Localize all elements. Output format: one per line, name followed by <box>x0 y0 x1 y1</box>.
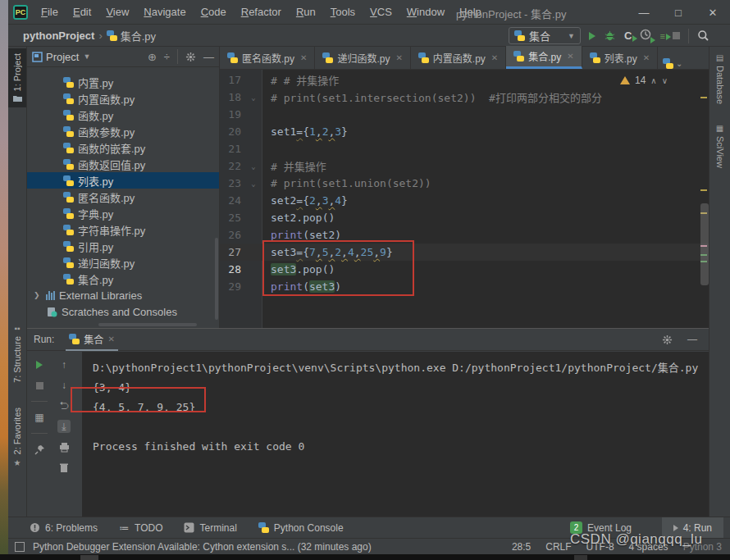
profiler-button[interactable] <box>640 29 651 43</box>
stop-button[interactable] <box>673 32 680 39</box>
editor-tab[interactable]: 内置函数.py✕ <box>411 46 506 69</box>
taskbar-app[interactable] <box>80 555 98 560</box>
code-line[interactable]: 23⌄# print(set1.union(set2)) <box>220 175 709 192</box>
tool-window-button-database[interactable]: ▤ Database <box>709 48 730 109</box>
prev-warning-icon[interactable]: ∧ <box>650 76 656 85</box>
hide-panel-icon[interactable]: — <box>203 51 214 63</box>
tree-item-file[interactable]: 函数.py <box>27 107 219 123</box>
tool-window-button-terminal[interactable]: Terminal <box>184 522 236 534</box>
close-button[interactable]: ✕ <box>696 0 730 25</box>
caret-position[interactable]: 28:5 <box>512 541 531 553</box>
editor-tab[interactable]: 匿名函数.py✕ <box>220 46 315 69</box>
tool-window-button-project[interactable]: 1: Project <box>8 48 26 107</box>
code-editor[interactable]: 17# # 并集操作18⌄# print(set1.intersection(s… <box>220 70 709 328</box>
tree-item-file[interactable]: 引用.py <box>27 238 219 254</box>
menu-run[interactable]: Run <box>290 3 322 20</box>
code-line[interactable]: 24set2={2,3,4} <box>220 192 709 209</box>
status-message[interactable]: Python Debugger Extension Available: Cyt… <box>33 541 372 553</box>
inspection-widget[interactable]: 14 ∧ ∨ <box>620 75 668 86</box>
tool-window-button-favorites[interactable]: 2: Favorites ★ <box>8 403 26 471</box>
code-line[interactable]: 20set1={1,2,3} <box>220 123 709 140</box>
stop-button[interactable] <box>33 379 46 392</box>
next-output-button[interactable]: ↓ <box>57 379 71 392</box>
tree-item-file[interactable]: 内置.py <box>27 74 219 90</box>
pin-tab-button[interactable] <box>33 443 46 456</box>
editor-tab[interactable]: 列表.py✕ <box>582 46 658 69</box>
project-vertical-scrollbar[interactable] <box>215 238 218 320</box>
menu-file[interactable]: File <box>34 3 65 20</box>
warning-mark[interactable] <box>700 97 707 98</box>
tool-window-button-structure[interactable]: ▪▪ 7: Structure <box>8 319 26 388</box>
menu-refactor[interactable]: Refactor <box>235 3 288 20</box>
close-icon[interactable]: ✕ <box>107 335 114 344</box>
run-with-coverage-button[interactable]: C <box>624 30 632 42</box>
debug-button[interactable] <box>604 30 616 42</box>
prev-output-button[interactable]: ↑ <box>57 358 71 371</box>
maximize-button[interactable]: □ <box>661 0 696 25</box>
project-panel-title[interactable]: Project <box>46 51 79 63</box>
hide-panel-icon[interactable]: — <box>687 334 697 345</box>
tree-item-file[interactable]: 匿名函数.py <box>27 189 219 205</box>
tree-item-file[interactable]: 集合.py <box>27 271 219 287</box>
code-line[interactable]: 25set2.pop() <box>220 209 709 226</box>
code-line[interactable]: 21 <box>220 140 709 157</box>
settings-gear-icon[interactable] <box>185 52 196 62</box>
run-button[interactable] <box>589 32 595 40</box>
clear-console-button[interactable] <box>57 461 71 474</box>
menu-edit[interactable]: Edit <box>66 3 98 20</box>
tree-item-external-libraries[interactable]: ❯External Libraries <box>27 287 219 303</box>
run-configuration-select[interactable]: 集合 ▼ <box>509 27 581 44</box>
fold-marker-icon[interactable]: ⌄ <box>244 162 262 171</box>
line-separator[interactable]: CRLF <box>545 541 571 553</box>
tree-item-file[interactable]: 字典.py <box>27 205 219 221</box>
search-everywhere-icon[interactable] <box>697 30 709 42</box>
tool-window-button-python-console[interactable]: Python Console <box>258 522 344 534</box>
project-horizontal-scrollbar[interactable] <box>98 323 197 326</box>
close-tab-icon[interactable]: ✕ <box>395 53 402 62</box>
rerun-button[interactable] <box>33 358 46 371</box>
next-warning-icon[interactable]: ∨ <box>662 76 668 85</box>
tree-item-file[interactable]: 字符串操作.py <box>27 221 219 238</box>
chevron-right-icon[interactable]: ❯ <box>34 291 42 299</box>
menu-vcs[interactable]: VCS <box>363 3 399 20</box>
tool-window-toggle-icon[interactable] <box>15 542 25 552</box>
tool-window-button-sciview[interactable]: ▦ SciView <box>709 119 730 173</box>
menu-navigate[interactable]: Navigate <box>137 3 192 20</box>
locate-file-icon[interactable]: ⊕ <box>148 51 157 63</box>
tree-item-file[interactable]: 函数的嵌套.py <box>27 139 219 156</box>
tree-item-file[interactable]: 内置函数.py <box>27 90 219 107</box>
breadcrumb-project[interactable]: pythonProject <box>23 30 94 42</box>
fold-marker-icon[interactable]: ⌄ <box>244 93 262 102</box>
scroll-to-end-button[interactable]: ⤓ <box>57 420 71 433</box>
collapse-all-icon[interactable]: ÷ <box>164 51 170 63</box>
tool-window-button-problems[interactable]: 6: Problems <box>30 522 98 534</box>
fold-marker-icon[interactable]: ⌄ <box>244 180 262 188</box>
tree-item-file[interactable]: 递归函数.py <box>27 254 219 271</box>
editor-tab[interactable]: 递归函数.py✕ <box>315 46 410 69</box>
restore-layout-button[interactable]: ▦ <box>33 411 46 424</box>
editor-tab[interactable]: 集合.py✕ <box>506 46 582 69</box>
tree-item-scratches[interactable]: Scratches and Consoles <box>27 303 219 320</box>
settings-gear-icon[interactable] <box>662 335 673 345</box>
tool-window-button-todo[interactable]: ≔ TODO <box>119 522 162 534</box>
run-content-tab[interactable]: 集合 ✕ <box>66 329 117 351</box>
run-concurrency-button[interactable]: ≡ <box>659 31 664 41</box>
close-tab-icon[interactable]: ✕ <box>567 52 573 61</box>
tree-item-file[interactable]: 函数参数.py <box>27 123 219 139</box>
tree-item-file[interactable]: 函数返回值.py <box>27 156 219 172</box>
hidden-tabs-button[interactable]: ⌄ <box>663 58 682 69</box>
minimize-button[interactable]: — <box>627 0 661 25</box>
breadcrumb-file[interactable]: 集合.py <box>107 28 156 43</box>
code-line[interactable]: 22⌄# 并集操作 <box>220 157 709 175</box>
menu-window[interactable]: Window <box>400 3 451 20</box>
tree-item-file[interactable]: 列表.py <box>27 172 219 189</box>
close-tab-icon[interactable]: ✕ <box>643 53 650 62</box>
menu-tools[interactable]: Tools <box>324 3 362 20</box>
warning-mark[interactable] <box>700 189 707 191</box>
print-button[interactable] <box>57 440 71 453</box>
run-console-output[interactable]: D:\pythonProject1\pythonProject\venv\Scr… <box>82 352 709 517</box>
code-line[interactable]: 19 <box>220 106 709 123</box>
taskbar-app[interactable] <box>574 555 587 560</box>
menu-view[interactable]: View <box>99 3 135 20</box>
close-tab-icon[interactable]: ✕ <box>300 53 307 62</box>
